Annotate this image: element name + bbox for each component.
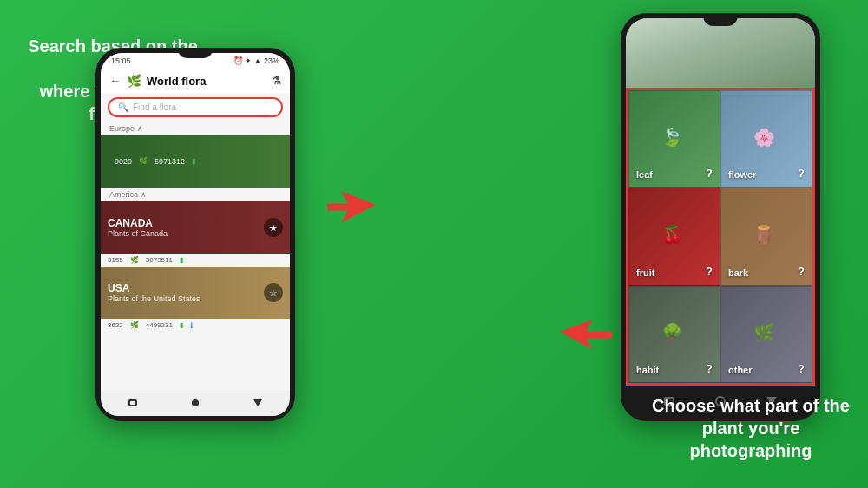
leaf-label: leaf: [636, 169, 653, 180]
canada-info: CANADA Plants of Canada: [108, 217, 168, 238]
bark-cell-icon: 🪵: [753, 224, 775, 245]
canada-stat2: 3073511: [146, 256, 173, 264]
arrow-to-search: [326, 191, 378, 226]
fruit-cell-icon: 🍒: [661, 224, 683, 245]
search-placeholder: Find a flora: [133, 102, 176, 112]
phone2-screen: 🍃 leaf ? 🌸 flower ? 🍒 fruit ? 🪵 bark ?: [626, 18, 815, 416]
canada-star-badge[interactable]: ★: [264, 218, 283, 237]
grid-cell-leaf[interactable]: 🍃 leaf ?: [628, 90, 720, 188]
phone1-notch: [178, 48, 213, 58]
search-icon: 🔍: [118, 102, 128, 112]
phone1-bottom-nav: [101, 390, 290, 416]
other-cell-icon: 🌿: [753, 321, 775, 342]
usa-info-icon: ℹ: [190, 321, 193, 330]
phone2: 🍃 leaf ? 🌸 flower ? 🍒 fruit ? 🪵 bark ?: [621, 13, 820, 421]
leaf-question: ?: [706, 167, 713, 180]
search-bar[interactable]: 🔍 Find a flora: [108, 97, 283, 117]
chevron-icon: ∧: [137, 124, 143, 133]
usa-subtitle: Plants of the United States: [108, 294, 201, 303]
flower-cell-icon: 🌸: [753, 127, 775, 148]
other-label: other: [728, 365, 753, 375]
fruit-question: ?: [706, 265, 713, 278]
usa-stat2: 4499231: [146, 321, 173, 330]
filter-icon[interactable]: ⚗: [272, 75, 281, 87]
bark-label: bark: [728, 267, 748, 278]
phone1: 15:05 ⏰ ✦ ▲ 23% ← 🌿 World flora ⚗ 🔍 Find…: [95, 48, 295, 421]
europe-stat2: 5971312: [155, 157, 185, 166]
right-heading: Choose what part of the plant you're pho…: [651, 394, 851, 462]
europe-leaf-icon: 🌿: [139, 157, 148, 166]
leaf-brand-icon: 🌿: [127, 74, 141, 88]
europe-plant-icon: ▮: [192, 157, 195, 166]
canada-row[interactable]: CANADA Plants of Canada ★: [101, 201, 290, 254]
back-button[interactable]: ←: [109, 74, 122, 88]
phone2-notch: [703, 13, 738, 26]
usa-row[interactable]: USA Plants of the United States ☆: [101, 267, 290, 319]
phone2-top-image: [626, 18, 815, 88]
arrow-to-grid: [560, 319, 612, 353]
grid-cell-fruit[interactable]: 🍒 fruit ?: [628, 188, 720, 285]
grid-cell-flower[interactable]: 🌸 flower ?: [720, 90, 812, 188]
leaf-cell-icon: 🍃: [661, 127, 683, 148]
canada-leaf-icon: 🌿: [130, 256, 139, 264]
usa-info: USA Plants of the United States: [108, 282, 201, 303]
flower-label: flower: [728, 169, 756, 180]
right-heading-text: Choose what part of the plant you're pho…: [652, 396, 850, 460]
canada-plant-icon: ▮: [180, 256, 183, 264]
usa-stats-row: 8622 🌿 4499231 ▮ ℹ: [101, 319, 290, 333]
usa-stat1: 8622: [108, 321, 123, 330]
plant-part-grid: 🍃 leaf ? 🌸 flower ? 🍒 fruit ? 🪵 bark ?: [626, 88, 815, 386]
screen-title: World flora: [147, 75, 266, 88]
phone1-screen: 15:05 ⏰ ✦ ▲ 23% ← 🌿 World flora ⚗ 🔍 Find…: [101, 53, 290, 416]
canada-subtitle: Plants of Canada: [108, 229, 168, 238]
europe-section-header: Europe ∧: [101, 122, 290, 135]
usa-plant-icon: ▮: [180, 321, 183, 330]
canada-stats-row: 3155 🌿 3073511 ▮: [101, 254, 290, 267]
america-section-header: America ∧: [101, 188, 290, 201]
phone1-topbar: ← 🌿 World flora ⚗: [101, 69, 290, 93]
europe-stats: 9020 🌿 5971312 ▮: [108, 155, 202, 168]
grid-cell-habit[interactable]: 🌳 habit ?: [628, 286, 720, 383]
grid-cell-other[interactable]: 🌿 other ?: [720, 286, 812, 383]
america-chevron-icon: ∧: [141, 190, 147, 199]
europe-stat1: 9020: [115, 157, 132, 166]
svg-marker-0: [327, 191, 376, 223]
nav-home-icon[interactable]: [192, 399, 199, 406]
habit-cell-icon: 🌳: [661, 321, 683, 342]
nav-back-icon[interactable]: [253, 399, 262, 406]
nav-square-icon[interactable]: [128, 399, 137, 406]
bark-question: ?: [798, 265, 805, 278]
svg-marker-1: [560, 320, 612, 350]
status-icons: ⏰ ✦ ▲ 23%: [233, 56, 279, 65]
usa-name: USA: [108, 282, 201, 294]
habit-question: ?: [706, 362, 713, 375]
canada-stat1: 3155: [108, 256, 123, 264]
europe-country-row: 9020 🌿 5971312 ▮: [101, 135, 290, 188]
usa-leaf-icon: 🌿: [130, 321, 139, 330]
fruit-label: fruit: [636, 267, 654, 278]
habit-label: habit: [636, 365, 659, 375]
status-time: 15:05: [111, 56, 131, 65]
usa-star-badge[interactable]: ☆: [264, 283, 283, 302]
canada-name: CANADA: [108, 217, 168, 229]
europe-bg: 9020 🌿 5971312 ▮: [101, 135, 290, 188]
grid-cell-bark[interactable]: 🪵 bark ?: [720, 188, 812, 285]
flower-question: ?: [798, 167, 805, 180]
other-question: ?: [798, 362, 805, 375]
